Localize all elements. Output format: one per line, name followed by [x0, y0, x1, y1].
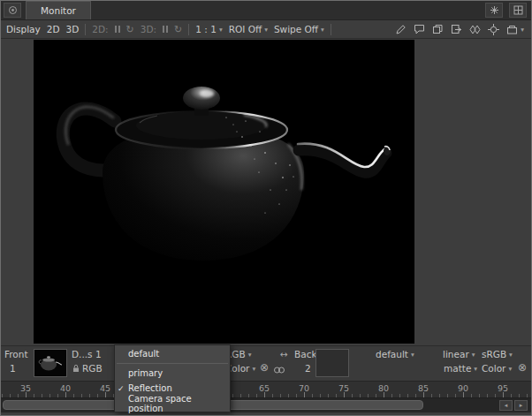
mode-3d-button[interactable]: 3D	[65, 24, 79, 34]
back-display-value: Color	[482, 363, 505, 374]
scroll-right-icon: ▸	[520, 402, 523, 409]
monitor-viewport[interactable]	[1, 39, 531, 345]
chevron-down-icon: ▾	[248, 351, 252, 359]
swipe-dropdown[interactable]: Swipe Off ▾	[274, 24, 324, 34]
chevron-down-icon: ▾	[321, 26, 324, 34]
monitor-toolbar: Display 2D 3D 2D: ↻ 3D: ↻ 1 : 1 ▾ ROI Of…	[1, 20, 531, 39]
menu-item-label: default	[128, 349, 159, 359]
front-channel-label: RGB	[82, 363, 103, 374]
chevron-down-icon: ▾	[219, 26, 223, 34]
compare-icon[interactable]	[469, 24, 481, 35]
colorspace-value: linear	[443, 349, 469, 359]
monitor-panel: Monitor Display 2D 3D 2D: ↻ 3D: ↻	[0, 0, 532, 416]
toolbar-separator	[85, 24, 86, 35]
timeline-tick-label: 95	[498, 383, 508, 393]
scroll-right-button[interactable]: ▸	[514, 400, 528, 411]
link-icon	[273, 367, 285, 374]
chevron-down-icon: ▾	[474, 365, 477, 373]
mode-2d-button[interactable]: 2D	[47, 24, 60, 34]
grid-icon	[513, 5, 523, 15]
settings-button[interactable]	[485, 3, 503, 18]
front-buffer-name: D...s 1	[72, 349, 102, 359]
aov-dropdown[interactable]: default ▾	[376, 349, 414, 359]
render-image[interactable]	[34, 40, 414, 344]
display-menu[interactable]: Display	[6, 24, 41, 34]
front-buffer-label: Front	[4, 349, 28, 359]
pen-icon[interactable]	[395, 24, 407, 35]
teapot-render	[34, 40, 414, 344]
back-thumbnail[interactable]	[315, 349, 349, 377]
roi-value: ROI Off	[229, 24, 262, 34]
snapshot-dropdown[interactable]: ▾	[506, 24, 524, 35]
snapshot-icon	[506, 24, 518, 35]
swap-buffers-button[interactable]: ↔	[280, 349, 288, 359]
layout-button[interactable]	[509, 3, 527, 18]
view-transform-dropdown[interactable]: sRGB ▾	[482, 349, 513, 359]
scroll-left-icon: ◂	[505, 402, 508, 409]
update-3d-label: 3D:	[141, 24, 156, 34]
tab-label: Monitor	[41, 5, 76, 16]
roi-dropdown[interactable]: ROI Off ▾	[229, 24, 268, 34]
colorspace-dropdown[interactable]: linear ▾	[443, 349, 475, 359]
menu-item-camera-space-position[interactable]: Camera space position	[115, 396, 230, 411]
refresh-2d-button[interactable]: ↻	[126, 24, 134, 35]
front-thumbnail-image	[35, 351, 65, 375]
channel-context-menu: default primary ✓ Reflection Camera spac…	[114, 344, 231, 412]
front-thumbnail[interactable]	[34, 349, 67, 377]
aov-dropdown-value: default	[376, 349, 408, 359]
menu-item-label: primary	[128, 368, 163, 378]
check-icon: ✓	[118, 384, 128, 393]
scroll-left-button[interactable]: ◂	[499, 400, 513, 411]
zoom-value: 1 : 1	[195, 24, 217, 34]
tab-bar: Monitor	[1, 1, 531, 20]
chevron-down-icon: ▾	[411, 351, 414, 359]
speech-bubble-icon[interactable]	[414, 24, 425, 35]
link-buffers-button[interactable]	[273, 365, 285, 375]
matte-value: matte	[444, 363, 471, 374]
timeline-tick-label: 70	[299, 383, 309, 393]
refresh-3d-button[interactable]: ↻	[174, 24, 182, 35]
export-icon[interactable]	[451, 24, 462, 35]
tab-bar-actions	[483, 3, 527, 18]
back-display-dropdown[interactable]: Color ▾	[482, 363, 512, 374]
toolbar-separator	[331, 24, 331, 35]
buffer-bar: Front 1 D...s 1 RGB RGB ▾ Colo	[1, 345, 531, 381]
timeline-tick-label: 75	[338, 383, 349, 393]
menu-item-primary[interactable]: primary	[115, 366, 230, 381]
horizontal-scrollbar[interactable]: ◂ ▸	[1, 397, 531, 412]
chevron-down-icon: ▾	[521, 26, 524, 34]
menu-item-label: Reflection	[128, 383, 172, 393]
timeline-tick-label: 35	[20, 383, 31, 393]
menu-separator	[117, 363, 228, 364]
chevron-down-icon: ▾	[508, 365, 512, 373]
update-2d-label: 2D:	[92, 24, 108, 34]
chevron-down-icon: ▾	[264, 26, 268, 34]
clear-back-button[interactable]: ⊗	[518, 361, 527, 374]
zoom-dropdown[interactable]: 1 : 1 ▾	[195, 24, 222, 34]
pane-menu-icon	[8, 5, 18, 15]
toolbar-separator	[188, 24, 189, 35]
lock-icon	[72, 364, 80, 373]
copy-icon[interactable]	[432, 24, 444, 35]
pause-3d-button[interactable]	[163, 26, 168, 33]
pause-2d-button[interactable]	[115, 26, 120, 33]
crosshair-icon[interactable]	[488, 24, 499, 35]
chevron-down-icon: ▾	[472, 351, 475, 359]
timeline-tick-label: 40	[60, 383, 71, 393]
timeline-tick-label: 80	[378, 383, 389, 393]
menu-item-label: Camera space position	[128, 394, 226, 413]
timeline-tick-label: 90	[458, 383, 468, 393]
front-channel-indicator[interactable]: RGB	[72, 363, 103, 374]
view-transform-value: sRGB	[482, 349, 506, 359]
tab-monitor[interactable]: Monitor	[26, 1, 91, 19]
timeline-ruler[interactable]: 35404550556065707580859095	[1, 381, 531, 397]
matte-dropdown[interactable]: matte ▾	[444, 363, 477, 374]
toolbar-icon-cluster: ▾	[395, 24, 524, 35]
pane-menu-button[interactable]	[4, 3, 21, 18]
back-buffer-number[interactable]: 2	[305, 363, 311, 374]
front-buffer-number[interactable]: 1	[10, 363, 16, 374]
menu-item-default[interactable]: default	[115, 346, 230, 361]
timeline-tick-label: 85	[418, 383, 429, 393]
back-buffer-label: Back	[294, 349, 317, 359]
clear-front-button[interactable]: ⊗	[260, 361, 269, 374]
